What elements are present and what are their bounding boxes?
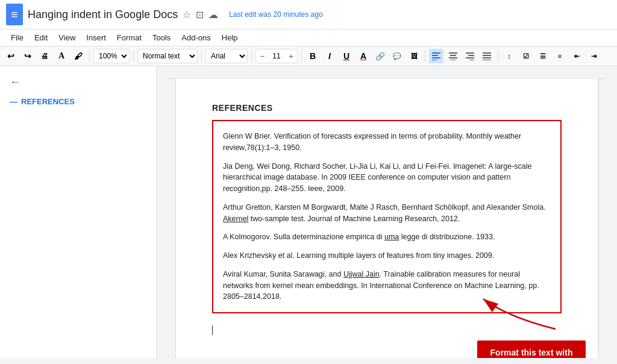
align-justify-button[interactable]: [480, 49, 494, 63]
reference-entry-5: Alex Krizhevsky et al. Learning multiple…: [223, 250, 551, 262]
svg-rect-9: [468, 55, 474, 56]
svg-rect-13: [483, 55, 491, 56]
svg-rect-2: [432, 57, 440, 58]
paint-format-button[interactable]: 🖌: [71, 49, 86, 63]
svg-rect-15: [483, 60, 491, 60]
doc-icon: ≡: [6, 4, 23, 25]
menu-format[interactable]: Format: [112, 31, 146, 45]
reference-entry-3: Arthur Gretton, Karsten M Borgwardt, Mal…: [223, 202, 551, 225]
annotation-container: Format this text with Hanging Indent.: [453, 340, 592, 358]
align-left-button[interactable]: [429, 49, 443, 63]
divider-4: [251, 50, 252, 62]
svg-rect-1: [432, 55, 438, 56]
checklist-button[interactable]: ☑: [519, 49, 533, 63]
link-button[interactable]: 🔗: [373, 49, 387, 63]
bold-button[interactable]: B: [305, 49, 320, 63]
toolbar: ↩ ↪ 🖨 A 🖌 100% 75% 150% Normal text Head…: [0, 46, 617, 66]
references-title: REFERENCES: [212, 103, 562, 113]
menu-edit[interactable]: Edit: [30, 31, 52, 45]
svg-rect-14: [483, 57, 491, 58]
image-button[interactable]: 🖼: [407, 49, 421, 63]
reference-entry-4: A Kolmogorov. Sulla determinazione empir…: [223, 231, 551, 243]
sidebar-item-references[interactable]: — REFERENCES: [0, 92, 156, 111]
main-layout: ← — REFERENCES 1 1 2 3 4 5 6: [0, 66, 617, 358]
comment-button[interactable]: 💬: [390, 49, 404, 63]
annotation-box: Format this text with Hanging Indent.: [477, 340, 586, 358]
menu-addons[interactable]: Add-ons: [177, 31, 215, 45]
bulleted-list-button[interactable]: ☰: [536, 49, 550, 63]
cloud-icon[interactable]: ☁: [208, 9, 218, 20]
line-spacing-button[interactable]: ↕: [502, 49, 516, 63]
underline-button[interactable]: U: [339, 49, 354, 63]
svg-rect-5: [450, 55, 456, 56]
menu-insert[interactable]: Insert: [81, 31, 111, 45]
reference-entry-1: Glenn W Brier. Verification of forecasts…: [223, 131, 551, 154]
document-page[interactable]: REFERENCES Glenn W Brier. Verification o…: [176, 79, 598, 358]
document-title: Hanging indent in Google Docs: [28, 8, 178, 21]
divider-6: [425, 50, 425, 62]
font-size-area: − +: [255, 49, 298, 63]
style-select[interactable]: Normal text Heading 1 Heading 2: [137, 49, 198, 63]
font-size-decrease-button[interactable]: −: [256, 49, 268, 63]
outdent-button[interactable]: ⇤: [569, 49, 584, 63]
annotation-text: Format this text with Hanging Indent.: [490, 348, 573, 358]
svg-rect-3: [432, 60, 437, 60]
folder-icon[interactable]: ⊡: [196, 9, 204, 20]
menu-help[interactable]: Help: [217, 31, 243, 45]
svg-rect-7: [451, 60, 456, 60]
redo-button[interactable]: ↪: [20, 49, 35, 63]
print-button[interactable]: 🖨: [37, 49, 52, 63]
undo-button[interactable]: ↩: [4, 49, 18, 63]
numbered-list-button[interactable]: ≡: [553, 49, 567, 63]
heading-dash-icon: —: [10, 97, 17, 106]
font-color-button[interactable]: A: [356, 49, 371, 63]
menu-tools[interactable]: Tools: [148, 31, 175, 45]
svg-rect-11: [469, 60, 474, 60]
zoom-select[interactable]: 100% 75% 150%: [93, 49, 130, 63]
cursor: [212, 325, 213, 335]
menu-file[interactable]: File: [6, 31, 28, 45]
svg-rect-10: [466, 57, 474, 58]
font-size-increase-button[interactable]: +: [285, 49, 297, 63]
annotation-arrow: [447, 287, 586, 335]
sidebar-back-button[interactable]: ←: [0, 72, 156, 92]
indent-button[interactable]: ⇥: [586, 49, 601, 63]
spellcheck-button[interactable]: A: [54, 49, 69, 63]
font-select[interactable]: Arial Times New Roman: [205, 49, 248, 63]
back-arrow-icon: ←: [10, 76, 20, 89]
document-area[interactable]: 1 1 2 3 4 5 6 REFERENCES Glenn W Brier: [157, 66, 617, 358]
references-box: Glenn W Brier. Verification of forecasts…: [212, 120, 562, 313]
align-right-button[interactable]: [463, 49, 477, 63]
menu-bar: File Edit View Insert Format Tools Add-o…: [0, 30, 617, 46]
font-size-input[interactable]: [268, 52, 285, 60]
reference-entry-2: Jia Deng, Wei Dong, Richard Socher, Li-J…: [223, 161, 551, 195]
sidebar: ← — REFERENCES: [0, 66, 157, 358]
menu-view[interactable]: View: [54, 31, 80, 45]
svg-rect-12: [483, 52, 491, 54]
svg-rect-0: [432, 52, 440, 54]
divider-2: [133, 50, 134, 62]
align-center-button[interactable]: [446, 49, 460, 63]
svg-rect-6: [449, 57, 457, 58]
title-section: Hanging indent in Google Docs ☆ ⊡ ☁ Last…: [28, 8, 611, 21]
divider-5: [301, 50, 302, 62]
svg-rect-8: [466, 52, 474, 54]
divider-1: [89, 50, 90, 62]
divider-7: [498, 50, 498, 62]
italic-button[interactable]: I: [322, 49, 337, 63]
sidebar-heading-label: REFERENCES: [21, 97, 75, 106]
last-edit-label: Last edit was 20 minutes ago: [229, 10, 322, 19]
star-icon[interactable]: ☆: [183, 9, 191, 20]
svg-rect-4: [449, 52, 457, 54]
divider-3: [201, 50, 202, 62]
title-bar: ≡ Hanging indent in Google Docs ☆ ⊡ ☁ La…: [0, 0, 617, 30]
